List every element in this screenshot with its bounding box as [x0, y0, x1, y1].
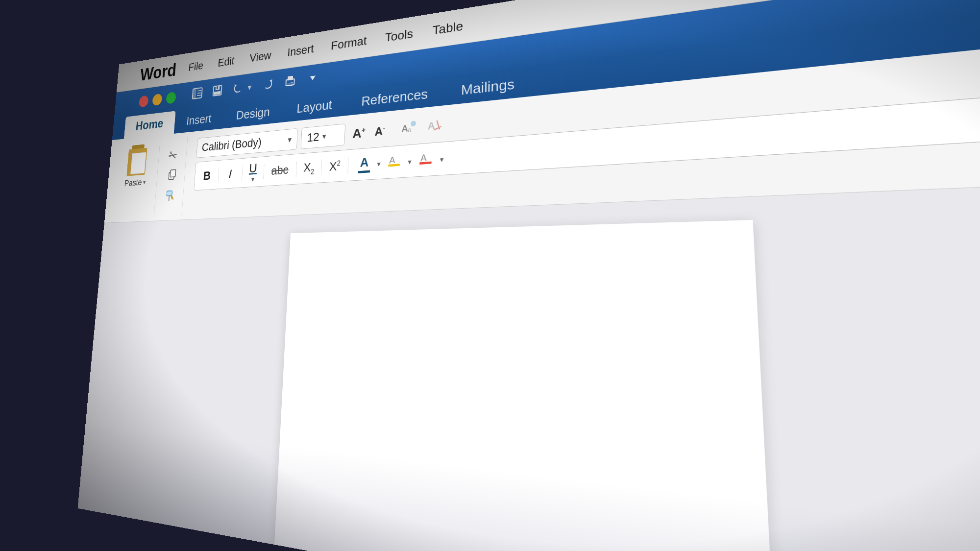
menu-edit[interactable]: Edit [210, 51, 243, 73]
window-controls [139, 92, 176, 108]
underline-button[interactable]: U ▾ [245, 160, 261, 185]
font-color-a-label: A [360, 155, 369, 170]
close-button[interactable] [139, 96, 149, 108]
menu-word[interactable]: Word [134, 56, 182, 88]
minimize-button[interactable] [152, 94, 162, 106]
svg-rect-20 [167, 191, 172, 195]
fmt-sep-2 [242, 166, 243, 181]
svg-line-3 [197, 93, 201, 93]
bold-button[interactable]: B [198, 166, 216, 184]
subscript-button[interactable]: X2 [299, 158, 318, 178]
menu-file[interactable]: File [181, 56, 211, 77]
clipboard-body [126, 148, 147, 176]
clipboard-icon [125, 144, 149, 176]
font-additional-icons: A a A [396, 114, 446, 141]
italic-button[interactable]: I [221, 165, 240, 183]
menu-insert[interactable]: Insert [279, 38, 323, 63]
font-size-value: 12 [307, 130, 319, 144]
format-painter-icon [165, 189, 177, 206]
fmt-sep-6 [347, 157, 348, 173]
undo-group: ▼ [229, 77, 256, 100]
maximize-button[interactable] [166, 92, 176, 104]
clipboard-paper [130, 152, 147, 174]
font-name-value: Calibri (Body) [201, 133, 284, 154]
menu-format[interactable]: Format [322, 30, 376, 56]
underline-dropdown-icon[interactable]: ▾ [251, 175, 254, 184]
undo-dropdown-arrow[interactable]: ▼ [243, 80, 256, 95]
svg-line-26 [434, 126, 441, 130]
underline-color-label: A [418, 150, 433, 169]
paste-button[interactable]: Paste ▾ [124, 144, 149, 189]
underline-label: U [249, 161, 258, 175]
paste-section: Paste ▾ [111, 139, 161, 219]
fmt-sep-5 [321, 159, 322, 175]
font-color-indicator [358, 170, 370, 173]
menu-view[interactable]: View [242, 45, 280, 68]
save-icon[interactable] [208, 81, 226, 103]
paste-dropdown-arrow[interactable]: ▾ [143, 178, 146, 186]
fmt-sep-3 [263, 164, 265, 179]
font-underline-color-button[interactable]: A [415, 149, 437, 170]
svg-text:A: A [420, 152, 427, 163]
paste-label: Paste [124, 177, 142, 189]
svg-point-23 [411, 120, 416, 126]
svg-marker-17 [310, 75, 315, 80]
highlight-label: A [387, 152, 401, 171]
underline-color-dropdown-icon[interactable]: ▾ [440, 155, 444, 164]
font-color-dropdown-icon[interactable]: ▾ [377, 160, 381, 168]
svg-rect-19 [170, 169, 176, 177]
font-color-button[interactable]: A [355, 154, 374, 174]
font-size-dropdown[interactable]: 12 ▾ [301, 123, 345, 149]
format-painter-button[interactable] [165, 189, 177, 206]
font-dropdown-arrow-icon: ▾ [288, 134, 292, 144]
redo-icon[interactable] [259, 74, 277, 96]
font-name-dropdown[interactable]: Calibri (Body) ▾ [196, 128, 298, 158]
clear-formatting-icon[interactable]: A [421, 114, 446, 139]
fmt-sep-1 [218, 167, 220, 182]
more-options-icon[interactable] [303, 68, 322, 91]
svg-text:a: a [408, 126, 412, 134]
svg-rect-12 [288, 75, 293, 80]
document-area [77, 178, 980, 551]
size-dropdown-arrow-icon: ▾ [322, 131, 326, 141]
scissors-icon: ✂ [166, 146, 179, 164]
cut-copy-section: ✂ [157, 136, 188, 216]
print-icon[interactable] [280, 71, 299, 94]
cut-button[interactable]: ✂ [168, 147, 180, 163]
svg-line-2 [197, 90, 201, 91]
font-size-controls: A+ A- [349, 121, 389, 144]
decrease-font-size-button[interactable]: A- [371, 121, 389, 141]
increase-font-size-button[interactable]: A+ [349, 123, 369, 144]
highlight-color-button[interactable]: A [384, 151, 405, 172]
highlight-dropdown-icon[interactable]: ▾ [408, 157, 412, 167]
svg-text:A: A [402, 123, 409, 134]
svg-rect-8 [217, 86, 218, 89]
copy-button[interactable] [166, 168, 178, 184]
change-case-icon[interactable]: A a [396, 116, 420, 141]
svg-line-4 [197, 95, 201, 96]
fmt-sep-4 [296, 161, 297, 177]
menu-table[interactable]: Table [422, 14, 473, 42]
svg-rect-7 [214, 91, 220, 95]
menu-tools[interactable]: Tools [375, 23, 423, 49]
superscript-button[interactable]: X2 [325, 157, 345, 176]
document-page[interactable] [273, 220, 776, 551]
svg-text:A: A [389, 155, 395, 166]
sidebar-toggle-icon[interactable] [189, 84, 206, 106]
strikethrough-button[interactable]: abc [267, 161, 294, 180]
color-icons-group: A ▾ A ▾ [351, 148, 447, 175]
copy-icon [166, 168, 178, 184]
svg-point-16 [292, 80, 294, 82]
svg-text:A: A [428, 120, 435, 132]
